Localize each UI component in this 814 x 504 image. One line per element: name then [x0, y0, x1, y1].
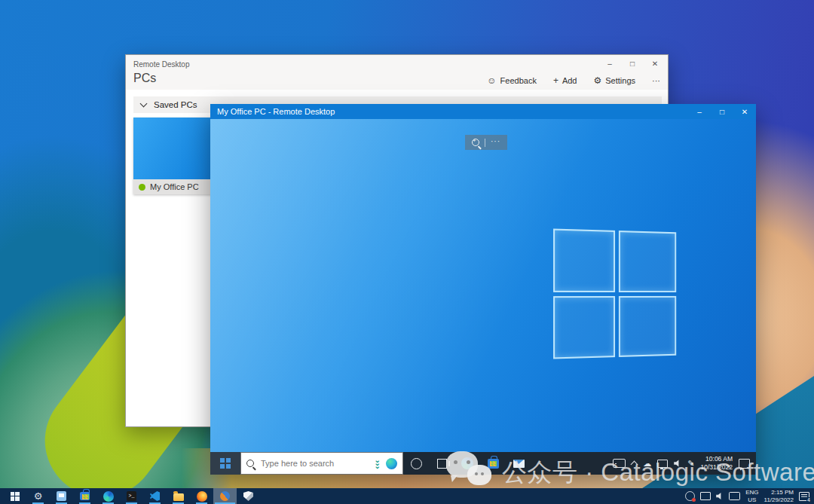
app-toolbar: ☺ Feedback + Add ⚙ Settings ··· [487, 75, 660, 86]
search-highlight-icon: ⌄⌄⌄ [375, 459, 381, 468]
task-view-icon [437, 459, 447, 469]
mail-icon [513, 460, 525, 468]
mail-button[interactable] [506, 452, 531, 475]
maximize-button[interactable]: □ [711, 104, 733, 119]
volume-icon[interactable] [674, 460, 681, 467]
cloud-icon[interactable]: ☁ [643, 459, 651, 469]
add-button[interactable]: + Add [553, 75, 577, 86]
shield-icon [243, 491, 253, 501]
network-icon[interactable] [657, 460, 668, 468]
host-time: 2:15 PM [764, 489, 794, 496]
edge-button[interactable] [96, 488, 120, 504]
action-center-icon[interactable] [739, 459, 750, 469]
language-line1: ENG [745, 489, 758, 496]
remote-desktop-area[interactable]: ··· ⌄⌄⌄ [210, 119, 756, 475]
edge-icon [103, 491, 114, 502]
host-system-tray: ENG US 2:15 PM 11/29/2022 4 [684, 488, 811, 504]
search-icon [246, 460, 254, 467]
remote-taskbar: ⌄⌄⌄ ☁ ✎ 10:06 AM 1 [210, 452, 756, 475]
remote-window-title: My Office PC - Remote Desktop [217, 107, 335, 116]
page-title: PCs [133, 72, 156, 85]
cortana-button[interactable] [403, 452, 429, 475]
windows-start-icon [11, 492, 20, 501]
touch-keyboard-icon[interactable] [729, 492, 740, 500]
security-button[interactable] [237, 488, 260, 504]
search-input[interactable] [259, 458, 369, 469]
display-icon[interactable] [700, 492, 711, 500]
volume-icon[interactable] [716, 493, 724, 500]
host-clock[interactable]: 2:15 PM 11/29/2022 [764, 489, 794, 504]
pc-name: My Office PC [150, 182, 199, 191]
edge-icon [461, 457, 473, 469]
store-button[interactable] [480, 452, 506, 475]
notification-badge: 4 [806, 497, 811, 502]
connection-bar: ··· [465, 135, 507, 150]
remote-clock[interactable]: 10:06 AM 10/31/2022 [700, 455, 733, 471]
settings-label: Settings [605, 76, 635, 85]
more-options-button[interactable]: ··· [652, 76, 660, 85]
vscode-button[interactable] [143, 488, 167, 504]
remote-window-controls: – □ ✕ [688, 104, 756, 119]
task-view-button[interactable] [429, 452, 454, 475]
remote-title-bar[interactable]: My Office PC - Remote Desktop – □ ✕ [210, 104, 756, 119]
remote-desktop-icon [220, 491, 230, 501]
store-icon [488, 459, 499, 469]
remote-desktop-app-button[interactable] [213, 488, 237, 504]
store-icon [80, 492, 90, 500]
show-hidden-icons-caret[interactable] [631, 461, 638, 469]
host-taskbar: ⚙ >_ [0, 488, 814, 504]
store-app-button[interactable] [73, 488, 96, 504]
remote-time: 10:06 AM [700, 455, 733, 463]
minimize-button[interactable]: – [688, 104, 711, 119]
remote-session-window: My Office PC - Remote Desktop – □ ✕ ··· [210, 104, 756, 475]
snipping-tool-button[interactable] [50, 488, 73, 504]
add-label: Add [562, 76, 577, 85]
feedback-label: Feedback [500, 76, 537, 85]
settings-button[interactable]: ⚙ Settings [593, 75, 635, 86]
feedback-button[interactable]: ☺ Feedback [487, 75, 537, 86]
touch-keyboard-icon[interactable] [613, 459, 626, 468]
firefox-button[interactable] [190, 488, 213, 504]
pen-icon[interactable]: ✎ [687, 459, 694, 469]
gear-icon: ⚙ [34, 491, 43, 501]
firefox-icon [197, 491, 207, 502]
folder-icon [173, 493, 184, 501]
start-button[interactable] [210, 452, 240, 475]
remote-date: 10/31/2022 [700, 463, 733, 472]
language-line2: US [745, 496, 758, 504]
online-status-dot [139, 184, 145, 191]
maximize-button[interactable]: □ [621, 55, 644, 72]
app-window-controls: – □ ✕ [598, 55, 666, 72]
notification-center-icon[interactable]: 4 [799, 492, 809, 501]
chevron-down-icon [140, 100, 148, 108]
feedback-smiley-icon: ☺ [487, 75, 496, 86]
close-button[interactable]: ✕ [733, 104, 756, 119]
app-window-title: Remote Desktop [133, 60, 189, 69]
close-button[interactable]: ✕ [644, 55, 666, 72]
add-plus-icon: + [553, 75, 558, 86]
windows-start-icon [220, 458, 231, 469]
divider [485, 139, 485, 147]
edge-button[interactable] [454, 452, 480, 475]
saved-pcs-label: Saved PCs [154, 100, 197, 109]
start-button[interactable] [3, 488, 26, 504]
gear-icon: ⚙ [593, 75, 601, 86]
host-date: 11/29/2022 [764, 496, 794, 504]
file-explorer-button[interactable] [167, 488, 190, 504]
screen: Remote Desktop – □ ✕ PCs ☺ Feedback + Ad… [0, 0, 814, 504]
terminal-icon: >_ [127, 491, 136, 501]
vscode-icon [150, 491, 160, 501]
taskbar-search-box[interactable]: ⌄⌄⌄ [240, 452, 403, 475]
minimize-button[interactable]: – [598, 55, 621, 72]
language-indicator[interactable]: ENG US [745, 489, 758, 504]
connection-more-button[interactable]: ··· [491, 137, 500, 145]
settings-app-button[interactable]: ⚙ [26, 488, 50, 504]
globe-icon [386, 458, 397, 469]
snipping-tool-icon [57, 491, 66, 501]
remote-system-tray: ☁ ✎ 10:06 AM 10/31/2022 [607, 452, 756, 475]
zoom-icon[interactable] [472, 139, 479, 146]
cortana-icon [411, 458, 422, 469]
windows-logo [553, 228, 676, 359]
tray-record-icon[interactable] [685, 491, 695, 501]
terminal-button[interactable]: >_ [120, 488, 143, 504]
